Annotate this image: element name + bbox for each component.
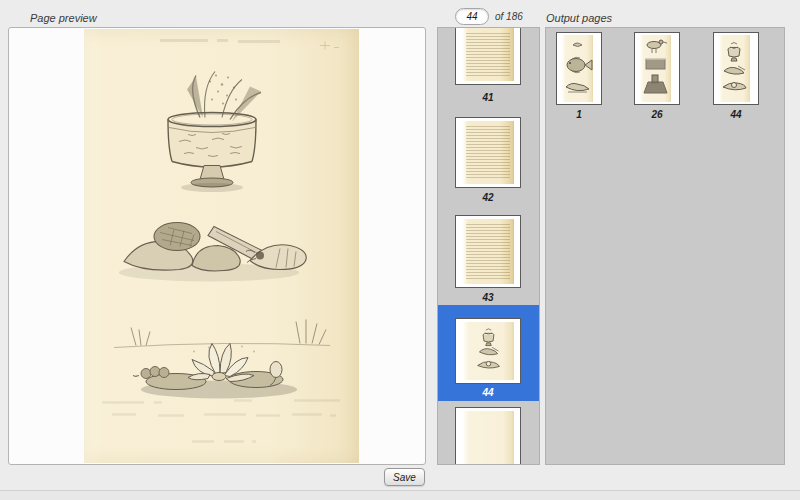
lily-bud (270, 362, 282, 378)
plate-page-image (562, 35, 593, 102)
water-lily-illustration (114, 320, 330, 399)
output-page-label: 1 (556, 109, 602, 120)
output-thumbnail-image[interactable] (713, 32, 759, 105)
page-preview-label: Page preview (30, 12, 97, 24)
scanned-page-image (84, 29, 359, 463)
text-page-image (463, 28, 514, 81)
output-page-label: 26 (634, 109, 680, 120)
mini-plate-1-sketch (562, 35, 593, 102)
thumbnail-label: 43 (455, 292, 521, 303)
page-thumbnail-image[interactable] (455, 117, 521, 188)
plate-page-image (719, 35, 750, 102)
plate-page-image (640, 35, 671, 102)
plate-page-image (463, 322, 514, 380)
page-number-input[interactable] (455, 8, 489, 25)
mini-plate-44-sketch (719, 35, 750, 102)
text-page-image (463, 219, 514, 284)
output-pages-panel: 1 26 (545, 27, 785, 465)
page-thumbnail-image[interactable] (455, 27, 521, 85)
page-thumbnail-image[interactable] (455, 318, 521, 384)
app-window: { "header": { "page_preview_label": "Pag… (0, 0, 800, 500)
text-page-image (463, 121, 514, 184)
mini-plate-26-sketch (640, 35, 671, 102)
thumbnail-item-44-selected[interactable]: 44 (438, 305, 539, 401)
page-thumbnail-image[interactable] (455, 407, 521, 465)
thumbnail-label: 42 (455, 192, 521, 203)
mini-plate-44-sketch (463, 322, 514, 380)
book-plate-illustration (84, 29, 359, 463)
blank-page-image (463, 411, 514, 465)
save-button[interactable]: Save (384, 468, 425, 486)
pencil-mark (320, 42, 339, 50)
output-thumbnail-image[interactable] (634, 32, 680, 105)
output-thumbnail-image[interactable] (556, 32, 602, 105)
output-pages-label: Output pages (546, 12, 612, 24)
page-total-label: of 186 (495, 11, 523, 22)
thumbnail-label: 44 (455, 387, 521, 398)
faint-title-text (160, 41, 280, 42)
page-thumbnail-strip[interactable]: 41 42 43 (437, 27, 540, 465)
thumbnail-label: 41 (455, 92, 521, 103)
vase-illustration (168, 72, 261, 193)
lily-flower (188, 344, 254, 382)
output-page-label: 44 (713, 109, 759, 120)
rocks-illustration (119, 223, 306, 282)
faint-caption-text (102, 401, 340, 442)
window-bottom-edge (0, 490, 800, 500)
page-thumbnail-image[interactable] (455, 215, 521, 288)
page-preview-panel (8, 27, 426, 465)
grass-tufts (131, 320, 326, 346)
